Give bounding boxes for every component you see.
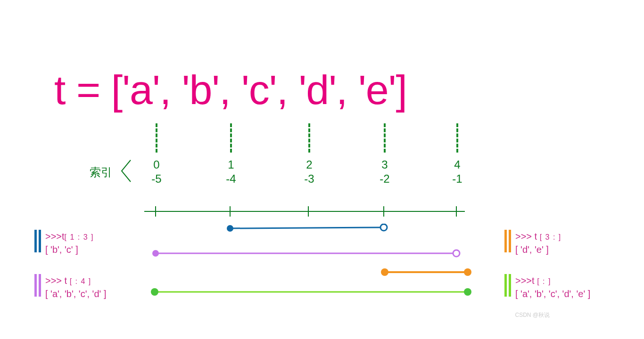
svg-point-10	[152, 250, 159, 257]
slice-line-blue	[123, 224, 481, 233]
cmd: >>> t	[515, 231, 537, 242]
result: [ 'a', 'b', 'c', 'd', 'e' ]	[515, 287, 590, 300]
code-block-orange: >>> t [ 3 : ] [ 'd', 'e' ]	[515, 230, 561, 256]
brackets: [ : 4 ]	[70, 277, 91, 285]
neg-index: -2	[375, 172, 394, 186]
dashed-line	[308, 123, 310, 153]
svg-point-7	[227, 225, 233, 232]
pos-index: 3	[375, 158, 394, 171]
pos-index: 2	[300, 158, 319, 171]
brackets: [ 3 : ]	[540, 233, 561, 241]
bracket-icon	[119, 159, 133, 183]
pos-index: 1	[222, 158, 240, 171]
code-bar-orange	[509, 230, 511, 252]
result: [ 'b', 'c' ]	[45, 243, 94, 256]
code-bar-green	[509, 274, 511, 297]
svg-line-6	[230, 227, 384, 228]
dashed-line	[156, 123, 157, 153]
code-block-purple: >>> t [ : 4 ] [ 'a', 'b', 'c', 'd' ]	[45, 274, 106, 300]
dashed-line	[384, 123, 386, 153]
code-bar-blue	[34, 230, 37, 252]
svg-point-11	[453, 250, 460, 257]
neg-index: -5	[147, 172, 166, 186]
cmd: >>> t	[45, 275, 67, 286]
code-bar-blue	[39, 230, 41, 252]
svg-point-16	[151, 288, 158, 296]
pos-index: 4	[448, 158, 467, 171]
code-bar-purple	[39, 274, 41, 297]
cmd: >>>t	[45, 231, 65, 242]
dashed-line	[456, 123, 458, 153]
neg-index: -4	[222, 172, 240, 186]
code-block-green: >>>t [ : ] [ 'a', 'b', 'c', 'd', 'e' ]	[515, 274, 590, 300]
watermark: CSDN @秋说	[515, 311, 550, 319]
neg-index: -1	[448, 172, 467, 186]
code-bar-purple	[34, 274, 37, 297]
slice-line-orange	[123, 267, 481, 277]
svg-point-8	[380, 224, 387, 231]
result: [ 'd', 'e' ]	[515, 243, 561, 256]
number-line	[140, 204, 470, 218]
cmd: >>>t	[515, 275, 535, 286]
svg-point-13	[381, 268, 388, 276]
code-bar-orange	[504, 230, 507, 252]
slice-line-green	[123, 287, 481, 297]
neg-index: -3	[300, 172, 319, 186]
brackets: [ : ]	[537, 277, 551, 285]
pos-index: 0	[147, 158, 166, 171]
diagram-title: t = ['a', 'b', 'c', 'd', 'e']	[54, 66, 407, 114]
svg-point-14	[464, 268, 471, 276]
svg-point-17	[464, 288, 471, 296]
slice-line-purple	[123, 249, 481, 258]
result: [ 'a', 'b', 'c', 'd' ]	[45, 287, 106, 300]
dashed-line	[230, 123, 232, 153]
code-block-blue: >>>t[ 1 : 3 ] [ 'b', 'c' ]	[45, 230, 94, 256]
code-bar-green	[504, 274, 507, 297]
index-label: 索引	[90, 165, 112, 180]
brackets: [ 1 : 3 ]	[65, 233, 94, 241]
